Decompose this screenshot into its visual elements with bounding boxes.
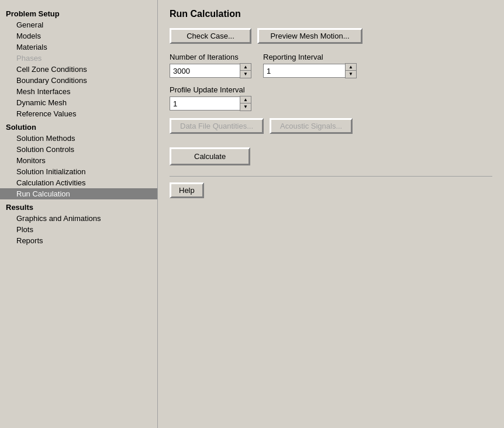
sidebar-item-solution-controls[interactable]: Solution Controls: [0, 144, 157, 155]
sidebar-item-solution-initialization[interactable]: Solution Initialization: [0, 166, 157, 177]
sidebar-item-run-calculation[interactable]: Run Calculation: [0, 188, 157, 199]
calculate-row: Calculate: [170, 143, 492, 170]
top-button-row: Check Case... Preview Mesh Motion...: [170, 28, 492, 44]
data-file-quantities-button[interactable]: Data File Quantities...: [170, 118, 264, 134]
reporting-interval-field-group: Reporting Interval ▲ ▼: [263, 53, 357, 78]
check-case-button[interactable]: Check Case...: [170, 28, 251, 44]
sidebar-item-monitors[interactable]: Monitors: [0, 155, 157, 166]
profile-update-input[interactable]: [170, 96, 240, 111]
sidebar-section-solution: Solution: [0, 119, 157, 133]
profile-update-up-button[interactable]: ▲: [240, 96, 251, 103]
iterations-down-button[interactable]: ▼: [240, 71, 251, 78]
iterations-spinner: ▲ ▼: [240, 63, 251, 78]
sidebar-item-solution-methods[interactable]: Solution Methods: [0, 133, 157, 144]
sidebar-item-graphics-animations[interactable]: Graphics and Animations: [0, 213, 157, 224]
acoustic-signals-button[interactable]: Acoustic Signals...: [270, 118, 353, 134]
sidebar-item-general[interactable]: General: [0, 19, 157, 30]
sidebar-item-boundary-conditions[interactable]: Boundary Conditions: [0, 75, 157, 86]
profile-update-label: Profile Update Interval: [170, 85, 251, 94]
help-button[interactable]: Help: [170, 182, 204, 198]
reporting-interval-spinner: ▲ ▼: [345, 63, 357, 78]
sidebar-item-reports[interactable]: Reports: [0, 235, 157, 246]
top-section: Run Calculation Check Case... Preview Me…: [170, 9, 492, 177]
sidebar: Problem Setup General Models Materials P…: [0, 0, 158, 428]
sidebar-item-calculation-activities[interactable]: Calculation Activities: [0, 177, 157, 188]
iterations-input-spinner: ▲ ▼: [170, 63, 251, 78]
reporting-interval-label: Reporting Interval: [263, 53, 357, 61]
reporting-interval-up-button[interactable]: ▲: [346, 64, 356, 71]
profile-update-row: Profile Update Interval ▲ ▼: [170, 85, 492, 111]
sidebar-item-dynamic-mesh[interactable]: Dynamic Mesh: [0, 97, 157, 108]
profile-update-spinner: ▲ ▼: [240, 96, 251, 111]
iterations-up-button[interactable]: ▲: [240, 64, 251, 71]
reporting-interval-input[interactable]: [263, 64, 345, 78]
preview-mesh-motion-button[interactable]: Preview Mesh Motion...: [257, 28, 363, 44]
secondary-button-row: Data File Quantities... Acoustic Signals…: [170, 118, 492, 134]
calculate-button[interactable]: Calculate: [170, 147, 250, 165]
sidebar-item-plots[interactable]: Plots: [0, 224, 157, 235]
iterations-field-group: Number of Iterations ▲ ▼: [170, 53, 251, 78]
main-content: Run Calculation Check Case... Preview Me…: [158, 0, 504, 428]
profile-update-field-group: Profile Update Interval ▲ ▼: [170, 85, 251, 111]
iterations-label: Number of Iterations: [170, 53, 251, 61]
profile-update-input-spinner: ▲ ▼: [170, 96, 251, 111]
bottom-section: Help: [170, 182, 492, 198]
sidebar-item-phases: Phases: [0, 53, 157, 64]
sidebar-item-cell-zone-conditions[interactable]: Cell Zone Conditions: [0, 64, 157, 75]
reporting-interval-down-button[interactable]: ▼: [346, 71, 356, 78]
page-title: Run Calculation: [170, 9, 492, 19]
iterations-row: Number of Iterations ▲ ▼ Reporting Inter…: [170, 53, 492, 78]
profile-update-down-button[interactable]: ▼: [240, 103, 251, 111]
sidebar-item-materials[interactable]: Materials: [0, 42, 157, 53]
sidebar-section-problem-setup: Problem Setup: [0, 6, 157, 19]
iterations-input[interactable]: [170, 64, 240, 78]
sidebar-item-reference-values[interactable]: Reference Values: [0, 108, 157, 119]
sidebar-item-models[interactable]: Models: [0, 30, 157, 42]
reporting-interval-input-spinner: ▲ ▼: [263, 63, 357, 78]
sidebar-item-mesh-interfaces[interactable]: Mesh Interfaces: [0, 86, 157, 97]
sidebar-section-results: Results: [0, 199, 157, 213]
